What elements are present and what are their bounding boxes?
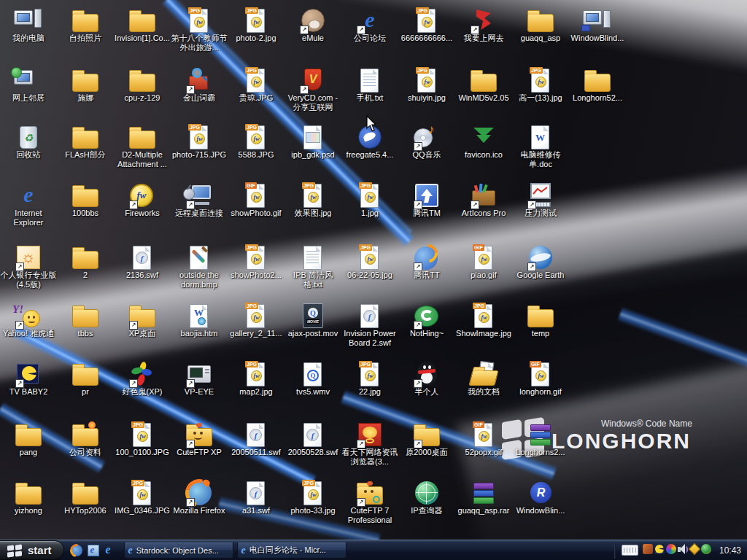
desktop-icon[interactable]: GIFfwpiao.gif [455,244,512,300]
desktop-icon[interactable]: JPGfw第十八个教师节外出旅游... [171,7,228,63]
desktop-icon[interactable]: ↗看天下网络资讯浏览器(3... [341,421,398,477]
desktop-icon[interactable]: ↗NotHing~ [398,303,455,358]
desktop-icon[interactable]: ↗XP桌面 [114,303,171,358]
desktop-icon[interactable]: ↗ArtIcons Pro [455,182,512,238]
desktop-icon[interactable]: GIFfwlonghorn.gif [512,361,569,416]
desktop-icon[interactable]: JPGfwshowPhoto2... [228,244,285,300]
desktop-icon[interactable]: 我的电脑 [0,7,57,63]
desktop-icon[interactable]: 施娜 [57,67,114,122]
desktop-icon[interactable]: D2-Multiple Attachment ... [114,124,171,179]
desktop-icon[interactable]: 公司资料 [57,421,114,477]
start-button[interactable]: start [0,540,64,560]
desktop-icon[interactable]: WinMD5v2.05 [455,67,512,122]
desktop-icon[interactable]: fw↗Fireworks [114,182,171,238]
desktop-icon[interactable]: FLAsH部分 [57,124,114,179]
desktop-icon[interactable]: ↗我要上网去 [455,7,512,63]
desktop-icon[interactable]: Y!↗Yahoo! 雅虎通 [0,303,57,358]
desktop-icon[interactable]: IP查询器 [398,480,455,535]
desktop-icon[interactable]: RWindowBlin... [512,480,569,535]
desktop-icon[interactable]: guaqq_asp.rar [455,480,512,535]
desktop-icon[interactable]: ↗好色鬼(XP) [114,361,171,416]
desktop-icon[interactable]: ↗原2000桌面 [398,421,455,477]
desktop-icon[interactable]: 手机.txt [341,67,398,122]
desktop-icon[interactable]: ↗VP-EYE [171,361,228,416]
input-method-icon[interactable] [622,545,638,556]
desktop-icon[interactable]: cpu-z-129 [114,67,171,122]
desktop-icon[interactable]: JPGfwmap2.jpg [228,361,285,416]
desktop-icon[interactable]: JPGfw06-22-05.jpg [341,244,398,300]
desktop-icon[interactable]: ↗Mozilla Firefox [171,480,228,535]
desktop-icon[interactable]: JPGfw22.jpg [341,361,398,416]
desktop-icon[interactable]: JPGfw6666666666... [398,7,455,63]
tray-app-icon-6[interactable] [700,543,712,555]
desktop-icon[interactable]: Wbaojia.htm [171,303,228,358]
desktop-icon[interactable]: JPGfwphoto-715.JPG [171,124,228,179]
tray-app-icon-1[interactable] [642,543,654,555]
desktop-icon[interactable]: Invision[1].Co... [114,7,171,63]
desktop-icon[interactable]: 网上邻居 [0,67,57,122]
desktop-icon[interactable]: GIFfwshowPhoto.gif [228,182,285,238]
desktop-icon[interactable]: ↗压力测试 [512,182,569,238]
desktop-icon[interactable]: f20050511.swf [228,421,285,477]
desktop-icon[interactable]: fInvision Power Board 2.swf [341,303,398,358]
desktop-icon[interactable]: favicon.ico [455,124,512,179]
desktop-icon[interactable]: eInternet Explorer [0,182,57,238]
desktop-icon[interactable]: ↗腾讯TM [398,182,455,238]
desktop-icon[interactable]: JPGfw1.jpg [341,182,398,238]
desktop-icon[interactable]: guaqq_asp [512,7,569,63]
desktop-icon[interactable]: e↗公司论坛 [341,7,398,63]
desktop-icon[interactable]: Longhorns2... [512,421,569,477]
desktop-icon[interactable]: ↗CuteFTP XP [171,421,228,477]
tray-app-icon-2[interactable] [654,543,665,555]
tray-app-icon-4[interactable] [677,543,689,555]
desktop-icon[interactable]: f20050528.swf [285,421,341,477]
tray-app-icon-3[interactable] [665,543,677,555]
desktop-icon[interactable]: pang [0,421,57,477]
desktop-icon[interactable]: JPGfw高一(13).jpg [512,67,569,122]
desktop-icon[interactable]: ↗CuteFTP 7 Professional [341,480,398,535]
desktop-icon[interactable]: Qtvs5.wmv [285,361,341,416]
desktop-icon[interactable]: JPGfwIMG_0346.JPG [114,480,171,535]
desktop-icon[interactable]: 100bbs [57,182,114,238]
desktop-icon[interactable]: ♻回收站 [0,124,57,179]
desktop-icon[interactable]: temp [512,303,569,358]
task-button[interactable]: eStardock: Object Des... [124,542,233,559]
desktop-icon[interactable]: JPGfwShowImage.jpg [455,303,512,358]
desktop-icon[interactable]: fa31.swf [228,480,285,535]
desktop-icon[interactable]: 我的文档 [455,361,512,416]
desktop-icon[interactable]: ♪↗QQ音乐 [398,124,455,179]
desktop-icon[interactable]: f2136.swf [114,244,171,300]
desktop-icon[interactable]: JPGfw100_0100.JPG [114,421,171,477]
desktop-icon[interactable]: ipb_gdk.psd [285,124,341,179]
desktop-icon[interactable]: tbbs [57,303,114,358]
desktop-icon[interactable]: JPGfwgallery_2_11... [228,303,285,358]
desktop-icon[interactable]: JPGfwshuiyin.jpg [398,67,455,122]
tray-app-icon-5[interactable] [689,543,700,555]
desktop-icon[interactable]: ☼↗个人银行专业版(4.5版) [0,244,57,300]
task-button[interactable]: e电白同乡论坛 - Micr... [237,542,347,559]
desktop-icon[interactable]: ↗Google Earth [512,244,569,300]
desktop-icon[interactable]: ↗腾讯TT [398,244,455,300]
desktop-icon[interactable]: ↗TV BABY2 [0,361,57,416]
desktop-icon[interactable]: pr [57,361,114,416]
desktop-icon[interactable]: 2 [57,244,114,300]
desktop-icon[interactable]: ↗远程桌面连接 [171,182,228,238]
desktop-icon[interactable]: JPGfw贵琼.JPG [228,67,285,122]
desktop-icon[interactable]: V↗VeryCD.com - 分享互联网 [285,67,341,122]
desktop-icon[interactable]: yizhong [0,480,57,535]
desktop-icon[interactable]: WindowBlind... [569,7,626,63]
desktop-icon[interactable]: outside the dorm.bmp [171,244,228,300]
desktop-icon[interactable]: IPB 简洁风格.txt [285,244,341,300]
desktop-icon[interactable]: JPGfw效果图.jpg [285,182,341,238]
desktop-icon[interactable]: ↗eMule [285,7,341,63]
desktop-icon[interactable]: W电脑维修传单.doc [512,124,569,179]
desktop-icon[interactable]: 自拍照片 [57,7,114,63]
desktop-icon[interactable]: JPGfwphoto-2.jpg [228,7,285,63]
desktop-icon[interactable]: ↗金山词霸 [171,67,228,122]
window-app-quick-launch-icon[interactable]: e [87,544,100,557]
desktop-icon[interactable]: ↗半个人 [398,361,455,416]
desktop-icon[interactable]: Longhorn52... [569,67,626,122]
desktop-icon[interactable]: GIFfw52popx.gif [455,421,512,477]
ie-quick-launch-icon[interactable]: e [104,544,117,557]
desktop-icon[interactable]: JPGfwphoto-33.jpg [285,480,341,535]
